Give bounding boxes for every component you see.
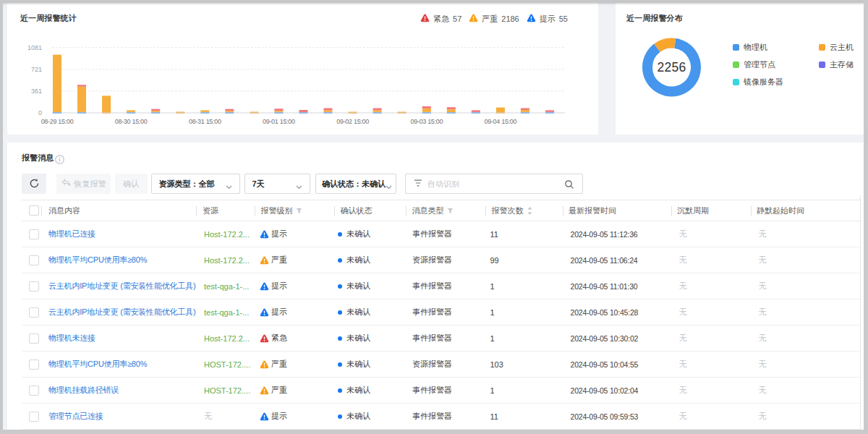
time-cell: 2024-09-05 10:04:55: [563, 352, 671, 377]
dist-legend-item-3[interactable]: 管理节点: [733, 59, 775, 72]
type-cell: 资源报警器: [406, 352, 485, 377]
status-dot-icon: [338, 232, 342, 237]
silence-cell: 无: [671, 299, 751, 325]
row-checkbox[interactable]: [29, 359, 39, 370]
status-dot-icon: [338, 258, 342, 263]
message-link[interactable]: 物理机挂载路径错误: [48, 385, 119, 396]
resource-link[interactable]: Host-172.2...: [204, 256, 250, 265]
search-input[interactable]: 自动识别: [405, 174, 583, 194]
column-label: 资源: [203, 205, 218, 216]
search-placeholder: 自动识别: [427, 179, 459, 190]
level-label: 提示: [271, 281, 287, 292]
column-header-time[interactable]: 最新报警时间: [563, 200, 671, 221]
table-scrollbar-track[interactable]: [860, 195, 861, 430]
message-link[interactable]: 云主机内IP地址变更 (需安装性能优化工具): [48, 307, 195, 318]
legend-swatch: [733, 44, 739, 51]
column-header-level[interactable]: 报警级别: [255, 200, 334, 221]
resource-link[interactable]: HOST-172....: [204, 360, 250, 369]
time-range-select[interactable]: 7天: [244, 174, 310, 194]
row-checkbox[interactable]: [29, 281, 39, 292]
message-link[interactable]: 物理机未连接: [48, 333, 95, 344]
resource-link[interactable]: Host-172.2...: [204, 334, 250, 343]
silence-cell: 无: [671, 378, 751, 403]
alert-dist-total: 2256: [643, 60, 701, 75]
dist-legend-item-1[interactable]: 物理机: [733, 41, 767, 54]
dist-legend-item-4[interactable]: 主存储: [819, 59, 854, 72]
table-row: 云主机内IP地址变更 (需安装性能优化工具)test-qga-1-...提示未确…: [22, 299, 860, 326]
column-header-checkbox: [22, 200, 41, 221]
svg-text:08-30 15:00: 08-30 15:00: [115, 118, 148, 125]
count-cell: 103: [485, 352, 563, 377]
level-cell: 严重: [255, 378, 334, 403]
message-cell: 物理机已连接: [41, 221, 196, 247]
refresh-button[interactable]: [22, 174, 46, 194]
time-cell: 2024-09-05 10:45:28: [563, 299, 671, 325]
resource-link[interactable]: Host-172.2...: [204, 230, 250, 239]
message-link[interactable]: 物理机平均CPU使用率≥80%: [48, 359, 147, 370]
column-header-resource[interactable]: 资源: [196, 200, 255, 221]
column-header-silence_start[interactable]: 静默起始时间: [751, 200, 861, 221]
chevron-down-icon: [386, 182, 392, 191]
ack-state-select[interactable]: 确认状态：未确认: [315, 174, 396, 194]
legend-swatch: [819, 44, 825, 51]
legend-label: 镜像服务器: [744, 77, 783, 88]
row-checkbox[interactable]: [29, 255, 39, 265]
sort-icon[interactable]: [527, 206, 533, 216]
column-header-type[interactable]: 消息类型: [406, 200, 485, 221]
row-checkbox[interactable]: [29, 386, 39, 396]
resource-link[interactable]: test-qga-1-...: [204, 308, 249, 317]
resource-cell: HOST-172....: [196, 352, 255, 377]
status-dot-icon: [338, 414, 342, 419]
info-icon[interactable]: [55, 154, 64, 167]
level-warning-icon: [260, 282, 269, 291]
column-header-silence[interactable]: 沉默周期: [671, 200, 751, 221]
message-link[interactable]: 云主机内IP地址变更 (需安装性能优化工具): [48, 281, 195, 292]
silence-cell: 无: [671, 326, 751, 351]
status-label: 未确认: [346, 281, 370, 292]
dist-legend-item-2[interactable]: 云主机: [819, 41, 854, 54]
search-icon[interactable]: [564, 179, 574, 191]
status-dot-icon: [338, 362, 342, 367]
restore-alert-button[interactable]: 恢复报警: [56, 174, 111, 194]
row-checkbox-cell: [22, 378, 41, 403]
silence-cell: 无: [671, 404, 751, 429]
message-cell: 物理机未连接: [41, 326, 196, 351]
row-checkbox[interactable]: [29, 412, 39, 422]
select-all-checkbox[interactable]: [29, 205, 39, 216]
row-checkbox-cell: [22, 404, 41, 429]
message-link[interactable]: 物理机已连接: [48, 229, 95, 239]
filter-icon[interactable]: [296, 208, 302, 214]
resource-link[interactable]: HOST-172....: [204, 386, 250, 395]
row-checkbox[interactable]: [29, 229, 39, 239]
row-checkbox[interactable]: [29, 307, 39, 318]
type-cell: 事件报警器: [406, 273, 485, 299]
time-cell: 2024-09-05 11:06:24: [563, 247, 671, 273]
status-dot-icon: [338, 284, 342, 289]
column-header-status[interactable]: 确认状态: [334, 200, 406, 221]
message-cell: 云主机内IP地址变更 (需安装性能优化工具): [41, 273, 196, 299]
count-cell: 11: [485, 404, 563, 429]
column-header-message[interactable]: 消息内容: [41, 200, 196, 221]
dist-legend-item-5[interactable]: 镜像服务器: [733, 76, 783, 89]
status-cell: 未确认: [334, 247, 406, 273]
confirm-button[interactable]: 确认: [115, 174, 148, 194]
refresh-icon: [29, 178, 40, 190]
message-link[interactable]: 物理机平均CPU使用率≥80%: [48, 255, 147, 265]
table-row: 云主机内IP地址变更 (需安装性能优化工具)test-qga-1-...提示未确…: [22, 273, 860, 299]
silence-cell: 无: [671, 247, 751, 273]
silence-cell: 无: [671, 273, 751, 299]
status-dot-icon: [338, 388, 342, 393]
resource-cell: test-qga-1-...: [196, 273, 255, 299]
resource-type-select[interactable]: 资源类型：全部: [151, 174, 240, 194]
silence-start-cell: 无: [751, 352, 861, 377]
resource-cell: HOST-172....: [196, 378, 255, 403]
row-checkbox[interactable]: [29, 333, 39, 344]
resource-link[interactable]: test-qga-1-...: [204, 282, 249, 291]
level-cell: 提示: [255, 299, 334, 325]
filter-icon[interactable]: [447, 208, 454, 214]
type-cell: 事件报警器: [406, 221, 485, 247]
alert-messages-title: 报警消息: [22, 153, 54, 163]
column-label: 消息内容: [48, 205, 80, 216]
message-link[interactable]: 管理节点已连接: [48, 411, 103, 422]
column-header-count[interactable]: 报警次数: [485, 200, 563, 221]
